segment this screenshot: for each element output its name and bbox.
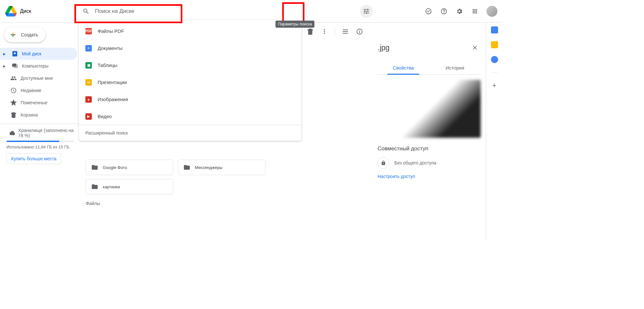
details-panel: .jpg Свойства История Совместный доступ …	[372, 23, 486, 241]
search-bar	[77, 4, 375, 18]
nav-label: Недавние	[21, 88, 41, 93]
folder-label: Мессенджеры	[195, 165, 223, 170]
sharing-status-text: Без общего доступа	[394, 160, 436, 165]
search-input[interactable]	[92, 8, 360, 14]
nav-label: Компьютеры	[22, 63, 49, 69]
apps-icon[interactable]	[468, 5, 481, 18]
docs-icon: ≡	[85, 45, 92, 52]
file-preview	[378, 80, 481, 138]
folder-icon	[91, 183, 98, 190]
keep-app-icon[interactable]	[491, 41, 498, 48]
dd-slides[interactable]: ▭Презентации	[79, 74, 301, 91]
dd-docs[interactable]: ≡Документы	[79, 40, 301, 57]
new-button-label: Создать	[21, 32, 38, 37]
storage-fill	[6, 141, 59, 142]
list-view-icon[interactable]	[339, 25, 352, 38]
right-rail: +	[486, 23, 503, 241]
nav-label: Помеченные	[21, 100, 47, 105]
clock-icon	[10, 87, 17, 94]
settings-icon[interactable]	[453, 5, 466, 18]
drive-logo-icon	[5, 5, 17, 17]
plus-icon	[9, 30, 17, 39]
sheets-icon: ▦	[85, 62, 92, 69]
app-header: Диск Параметры поиска	[0, 0, 503, 23]
account-avatar[interactable]	[486, 6, 497, 17]
dd-pdf[interactable]: PDFФайлы PDF	[79, 23, 301, 40]
search-icon[interactable]	[80, 5, 92, 18]
folder-pictures[interactable]: картинки	[86, 179, 173, 194]
tab-properties[interactable]: Свойства	[378, 61, 429, 74]
add-addon-button[interactable]: +	[492, 81, 496, 90]
chevron-right-icon: ▶	[3, 64, 8, 68]
folder-label: Google Фото	[103, 165, 127, 170]
folders-row-1: Google Фото Мессенджеры	[86, 160, 366, 175]
search-type-dropdown: PDFФайлы PDF ≡Документы ▦Таблицы ▭Презен…	[79, 20, 301, 141]
dd-videos[interactable]: ▶Видео	[79, 108, 301, 125]
tune-tooltip: Параметры поиска	[275, 21, 314, 28]
drive-icon	[11, 51, 19, 57]
chevron-right-icon: ▶	[3, 52, 8, 56]
tasks-app-icon[interactable]	[491, 56, 498, 63]
lock-icon	[378, 157, 389, 169]
app-name: Диск	[20, 8, 31, 14]
sidebar: Создать ▶ Мой диск ▶ Компьютеры Доступны…	[0, 23, 79, 241]
shared-icon	[10, 75, 17, 81]
dd-advanced-search[interactable]: Расширенный поиск	[79, 125, 301, 141]
more-icon[interactable]	[318, 25, 331, 38]
sharing-section-title: Совместный доступ	[378, 145, 481, 152]
images-icon: ▲	[85, 96, 92, 103]
storage-bar	[6, 141, 74, 142]
dd-label: Презентации	[98, 80, 127, 85]
nav-computers[interactable]: ▶ Компьютеры	[0, 60, 77, 72]
calendar-app-icon[interactable]	[491, 26, 498, 33]
sharing-status-row: Без общего доступа	[378, 157, 481, 169]
nav-label: Мой диск	[22, 51, 41, 56]
nav-recent[interactable]: Недавние	[0, 84, 77, 97]
svg-point-1	[441, 9, 447, 14]
nav-trash[interactable]: Корзина	[0, 109, 77, 121]
folder-messengers[interactable]: Мессенджеры	[178, 160, 265, 175]
nav-shared[interactable]: Доступные мне	[0, 72, 77, 84]
details-file-name: .jpg	[378, 43, 389, 52]
details-tabs: Свойства История	[378, 61, 481, 75]
files-section-label: Файлы	[86, 201, 366, 206]
dd-label: Файлы PDF	[98, 28, 124, 34]
nav-my-drive[interactable]: ▶ Мой диск	[0, 48, 77, 60]
cloud-icon	[10, 130, 15, 136]
close-details-button[interactable]	[469, 42, 481, 53]
nav-starred[interactable]: Помеченные	[0, 97, 77, 109]
details-title-row: .jpg	[378, 42, 481, 53]
tab-history[interactable]: История	[429, 61, 481, 74]
star-icon	[10, 99, 17, 106]
dd-label: Таблицы	[98, 62, 117, 68]
info-icon[interactable]	[353, 25, 366, 38]
folder-icon	[91, 164, 98, 171]
trash-icon	[10, 112, 17, 118]
dd-images[interactable]: ▲Изображения	[79, 91, 301, 108]
nav-section-main: ▶ Мой диск ▶ Компьютеры Доступные мне Не…	[0, 48, 79, 124]
rail-separator	[491, 72, 498, 72]
new-button[interactable]: Создать	[4, 27, 46, 42]
header-icons	[422, 0, 497, 23]
pdf-icon: PDF	[85, 28, 92, 34]
search-tune-button[interactable]	[360, 5, 373, 18]
storage-link[interactable]: Хранилище (заполнено на 78 %)	[0, 126, 79, 139]
slides-icon: ▭	[85, 79, 92, 86]
logo-area[interactable]: Диск	[5, 5, 78, 17]
folder-google-photo[interactable]: Google Фото	[86, 160, 173, 175]
folder-label: картинки	[103, 184, 120, 189]
help-icon[interactable]	[437, 5, 450, 18]
nav-label: Доступные мне	[21, 76, 53, 81]
buy-storage-button[interactable]: Купить больше места	[6, 153, 61, 164]
folders-row-2: картинки	[86, 179, 366, 194]
nav-label: Корзина	[21, 112, 38, 117]
videos-icon: ▶	[85, 113, 92, 120]
toolbar-separator	[335, 28, 335, 35]
folder-icon	[183, 164, 190, 171]
storage-label: Хранилище (заполнено на 78 %)	[18, 128, 74, 138]
dd-sheets[interactable]: ▦Таблицы	[79, 57, 301, 74]
storage-used-text: Использовано 11,84 ГБ из 15 ГБ	[0, 143, 79, 152]
computers-icon	[11, 63, 19, 69]
offline-ready-icon[interactable]	[422, 5, 435, 18]
manage-access-link[interactable]: Настроить доступ	[378, 174, 481, 179]
